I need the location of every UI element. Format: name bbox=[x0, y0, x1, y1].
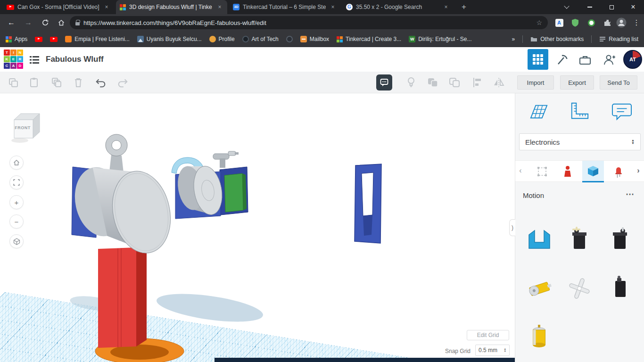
snap-grid-select[interactable]: 0.5 mm ▲▼ bbox=[475, 345, 510, 356]
tinkercad-logo[interactable]: T I N K E R C A D bbox=[4, 49, 23, 69]
paste-button[interactable] bbox=[28, 77, 40, 88]
design-title[interactable]: Fabulous Wluff bbox=[46, 55, 104, 64]
import-button[interactable]: Import bbox=[517, 75, 554, 90]
perspective-toggle-button[interactable] bbox=[9, 234, 24, 248]
forward-button[interactable]: → bbox=[23, 17, 34, 28]
bookmark-tinkercad[interactable]: Tinkercad | Create 3... bbox=[337, 36, 401, 42]
category-electronics-selected[interactable] bbox=[582, 161, 604, 182]
bookmark-apps[interactable]: Apps bbox=[6, 36, 27, 42]
zoom-out-button[interactable]: − bbox=[9, 214, 24, 229]
part-micro-servo-alt[interactable] bbox=[605, 224, 635, 255]
undo-button[interactable] bbox=[95, 77, 107, 88]
viewport-canvas[interactable]: FRONT + − Edit Grid Snap Grid 0.5 mm ▲▼ bbox=[0, 93, 515, 362]
category-leds[interactable] bbox=[608, 161, 629, 182]
duplicate-button[interactable] bbox=[51, 77, 62, 88]
translate-extension-icon[interactable]: A bbox=[554, 18, 564, 27]
view-home-button[interactable] bbox=[9, 156, 24, 170]
other-bookmarks-button[interactable]: Other bookmarks bbox=[530, 36, 584, 42]
bookmark-star-icon[interactable]: ☆ bbox=[536, 19, 542, 26]
tab-close-button[interactable]: × bbox=[103, 3, 110, 11]
tab-youtube[interactable]: Can Gox - Sorma [Official Video] × bbox=[3, 0, 114, 14]
shape-category-select[interactable]: Electronics ▲▼ bbox=[519, 133, 641, 150]
tab-tutorial[interactable]: 3D Tinkercad Tutorial – 6 Simple Ste × bbox=[229, 0, 340, 14]
ruler-tool[interactable] bbox=[568, 100, 591, 123]
section-more-button[interactable]: ⋯ bbox=[626, 189, 634, 199]
brick-mode-button[interactable] bbox=[578, 53, 592, 67]
spinner-arrows-icon[interactable]: ▲▼ bbox=[504, 348, 506, 353]
browser-profile-avatar[interactable] bbox=[617, 18, 626, 27]
bookmark-profile[interactable]: Profile bbox=[209, 36, 235, 42]
bookmark-mailbox[interactable]: Mailbox bbox=[300, 36, 329, 42]
circle-extension-icon[interactable] bbox=[586, 18, 596, 27]
category-characters[interactable] bbox=[557, 161, 578, 182]
tab-close-button[interactable]: × bbox=[216, 3, 223, 11]
model-large-cylinder[interactable] bbox=[69, 163, 178, 259]
account-avatar[interactable]: AT bbox=[623, 50, 642, 69]
bookmark-empia[interactable]: Empia | Free Listeni... bbox=[65, 36, 130, 42]
fit-view-button[interactable] bbox=[9, 175, 24, 189]
bookmark-label: Empia | Free Listeni... bbox=[74, 36, 130, 42]
part-micro-servo[interactable] bbox=[564, 224, 594, 255]
minimize-button[interactable] bbox=[579, 0, 601, 14]
tips-button[interactable] bbox=[405, 77, 417, 88]
export-button[interactable]: Export bbox=[560, 75, 594, 90]
copy-button[interactable] bbox=[8, 77, 19, 88]
design-menu-button[interactable] bbox=[27, 53, 41, 67]
back-button[interactable]: ← bbox=[6, 17, 17, 28]
panel-collapse-handle[interactable]: ) bbox=[509, 219, 515, 236]
bookmark-uyanis[interactable]: Uyanis Buyuk Selcu... bbox=[137, 36, 202, 42]
tab-search-button[interactable] bbox=[558, 0, 575, 14]
bookmark-youtube-1[interactable] bbox=[35, 37, 42, 42]
url-text[interactable]: https://www.tinkercad.com/things/6V9obRa… bbox=[83, 19, 532, 26]
maximize-button[interactable] bbox=[601, 0, 622, 14]
home-button[interactable] bbox=[56, 17, 67, 28]
part-vibration-motor[interactable] bbox=[605, 273, 635, 304]
shield-extension-icon[interactable] bbox=[570, 18, 580, 27]
close-window-button[interactable]: × bbox=[622, 0, 644, 14]
part-gear-motor[interactable] bbox=[524, 273, 554, 304]
model-top-screw-assembly[interactable] bbox=[213, 151, 239, 168]
mirror-button[interactable] bbox=[493, 77, 504, 88]
share-invite-button[interactable] bbox=[603, 53, 617, 67]
notes-toggle-button[interactable] bbox=[376, 74, 392, 90]
part-motor-mount[interactable] bbox=[564, 273, 594, 304]
model-eyelet-ring[interactable] bbox=[106, 134, 127, 173]
browser-menu-button[interactable]: ⋮ bbox=[631, 17, 642, 28]
strip-scroll-left-button[interactable]: ‹ bbox=[517, 166, 524, 175]
part-servo-mount-bracket[interactable] bbox=[524, 224, 554, 255]
bookmark-dirilis[interactable]: W Diriliş: Ertuğrul - Se... bbox=[409, 36, 471, 42]
part-dc-motor[interactable] bbox=[524, 322, 554, 353]
tab-close-button[interactable]: × bbox=[442, 3, 450, 11]
bookmark-art-of-tech[interactable]: Art of Tech bbox=[242, 36, 279, 42]
redo-button[interactable] bbox=[117, 77, 128, 88]
strip-scroll-right-button[interactable]: › bbox=[635, 166, 642, 175]
view-cube-front-label[interactable]: FRONT bbox=[12, 125, 33, 130]
reload-button[interactable] bbox=[40, 17, 51, 28]
tab-google-search[interactable]: G 35.50 x 2 - Google Search × bbox=[342, 0, 454, 14]
minecraft-export-button[interactable] bbox=[555, 53, 569, 67]
edit-grid-button[interactable]: Edit Grid bbox=[467, 330, 509, 340]
reading-list-button[interactable]: Reading list bbox=[599, 36, 638, 42]
tab-close-button[interactable]: × bbox=[329, 3, 337, 11]
address-bar[interactable]: https://www.tinkercad.com/things/6V9obRa… bbox=[70, 16, 548, 29]
zoom-in-button[interactable]: + bbox=[9, 195, 24, 209]
send-to-button[interactable]: Send To bbox=[600, 75, 637, 90]
bookmark-youtube-2[interactable] bbox=[50, 37, 58, 42]
category-select-tool[interactable] bbox=[531, 161, 553, 182]
bookmarks-overflow-button[interactable]: » bbox=[512, 36, 515, 42]
bookmark-globe[interactable] bbox=[286, 36, 293, 42]
model-red-column[interactable] bbox=[98, 244, 147, 348]
model-green-box[interactable] bbox=[224, 173, 247, 212]
extensions-puzzle-icon[interactable] bbox=[603, 18, 612, 27]
undo-icon bbox=[95, 77, 107, 88]
model-blue-frame[interactable] bbox=[355, 164, 381, 243]
group-button[interactable] bbox=[427, 77, 438, 88]
tab-tinkercad-design[interactable]: 3D design Fabulous Wluff | Tinke × bbox=[116, 0, 227, 14]
new-tab-button[interactable]: + bbox=[458, 1, 470, 13]
notes-tool[interactable] bbox=[611, 100, 633, 123]
align-button[interactable] bbox=[471, 77, 483, 88]
ungroup-button[interactable] bbox=[449, 77, 460, 88]
shapes-panel-toggle-button[interactable] bbox=[528, 49, 548, 70]
workplane-tool[interactable] bbox=[528, 100, 550, 123]
delete-button[interactable] bbox=[73, 77, 84, 88]
